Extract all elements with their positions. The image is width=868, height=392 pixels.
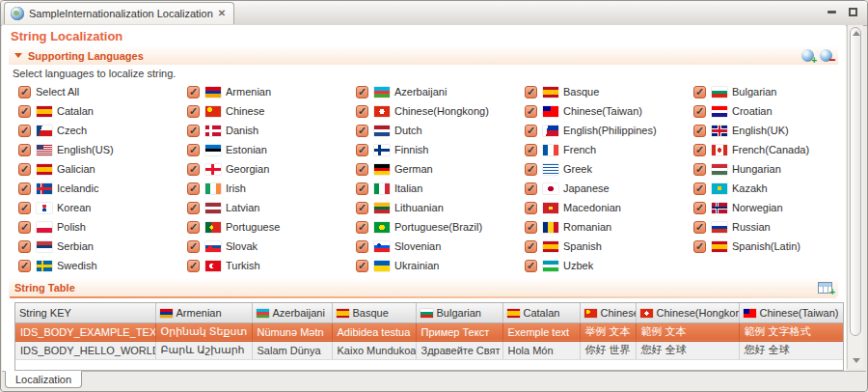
language-option-greek[interactable]: ✓Greek — [525, 159, 693, 179]
language-option-chinese-hongkong[interactable]: ✓Chinese(Hongkong) — [356, 101, 525, 121]
checkbox-georgian[interactable]: ✓ — [187, 163, 200, 176]
translation-cell[interactable]: Բարև Աշխարհ — [155, 341, 252, 359]
translation-cell[interactable]: 範例 文字格式 — [739, 322, 843, 341]
checkbox-ukrainian[interactable]: ✓ — [356, 260, 368, 272]
checkbox-hungarian[interactable]: ✓ — [693, 163, 706, 176]
translation-cell[interactable]: 举例 文本 — [580, 322, 636, 341]
checkbox-swedish[interactable]: ✓ — [18, 260, 31, 272]
language-option-basque[interactable]: ✓Basque — [525, 82, 693, 101]
language-option-latvian[interactable]: ✓Latvian — [187, 198, 356, 217]
checkbox-english-philippines[interactable]: ✓ — [525, 125, 537, 137]
section-string-table-header[interactable]: String Table — [9, 278, 838, 296]
language-option-galician[interactable]: ✓Galician — [18, 159, 187, 179]
language-option-norwegian[interactable]: ✓Norwegian — [693, 198, 846, 217]
checkbox-serbian[interactable]: ✓ — [18, 240, 31, 253]
language-option-polish[interactable]: ✓Polish — [18, 217, 187, 237]
checkbox-finnish[interactable]: ✓ — [356, 144, 368, 156]
translation-cell[interactable]: Hola Món — [502, 341, 580, 359]
checkbox-select-all[interactable]: ✓ — [18, 86, 31, 98]
language-option-portuguese-brazil[interactable]: ✓Portuguese(Brazil) — [356, 217, 525, 237]
language-option-english-uk[interactable]: ✓English(UK) — [693, 121, 846, 140]
checkbox-german[interactable]: ✓ — [356, 163, 368, 176]
checkbox-danish[interactable]: ✓ — [187, 125, 200, 137]
checkbox-english-uk[interactable]: ✓ — [693, 125, 706, 137]
minimize-icon[interactable] — [827, 11, 836, 14]
checkbox-uzbek[interactable]: ✓ — [525, 260, 537, 272]
column-header-chinese-hongkong[interactable]: Chinese(Hongkong) — [636, 303, 739, 322]
checkbox-portuguese-brazil[interactable]: ✓ — [356, 221, 368, 234]
scroll-down-icon[interactable] — [853, 358, 860, 363]
checkbox-romanian[interactable]: ✓ — [525, 221, 537, 234]
language-option-macedonian[interactable]: ✓Macedonian — [525, 198, 693, 217]
string-key-cell[interactable]: IDS_BODY_HELLO_WORLD — [15, 341, 155, 359]
tab-localization[interactable]: Localization — [5, 371, 82, 388]
language-option-lithuanian[interactable]: ✓Lithuanian — [356, 198, 525, 217]
translation-cell[interactable]: Adibidea testua — [332, 322, 416, 341]
checkbox-polish[interactable]: ✓ — [18, 221, 31, 234]
language-option-french-canada[interactable]: ✓French(Canada) — [693, 140, 846, 159]
section-supporting-languages-header[interactable]: Supporting Languages — [9, 46, 838, 65]
language-option-ukrainian[interactable]: ✓Ukrainian — [356, 256, 525, 275]
checkbox-korean[interactable]: ✓ — [18, 202, 31, 214]
table-row-ids-body-example-text[interactable]: IDS_BODY_EXAMPLE_TEXTՕրինակ ՏեքստNümunə … — [15, 322, 843, 341]
checkbox-greek[interactable]: ✓ — [525, 163, 537, 176]
checkbox-slovenian[interactable]: ✓ — [356, 240, 368, 253]
language-option-danish[interactable]: ✓Danish — [187, 121, 356, 140]
language-option-estonian[interactable]: ✓Estonian — [187, 140, 356, 159]
language-option-italian[interactable]: ✓Italian — [356, 179, 525, 198]
checkbox-croatian[interactable]: ✓ — [693, 105, 706, 118]
language-option-turkish[interactable]: ✓Turkish — [187, 256, 356, 275]
language-option-select-all[interactable]: ✓Select All — [18, 82, 187, 101]
table-add-icon[interactable] — [818, 282, 832, 294]
language-option-russian[interactable]: ✓Russian — [693, 217, 846, 237]
translation-cell[interactable]: 你好 世界 — [580, 341, 636, 359]
language-option-portuguese[interactable]: ✓Portuguese — [187, 217, 356, 237]
column-header-chinese-taiwan[interactable]: Chinese(Taiwan) — [739, 303, 843, 322]
globe-add-icon[interactable] — [801, 49, 814, 62]
checkbox-chinese[interactable]: ✓ — [187, 105, 200, 118]
checkbox-azerbaijani[interactable]: ✓ — [356, 86, 368, 98]
language-option-english-philippines[interactable]: ✓English(Philippines) — [525, 121, 693, 140]
language-option-finnish[interactable]: ✓Finnish — [356, 140, 525, 159]
translation-cell[interactable]: Здравейте Свят — [416, 341, 502, 359]
column-header-basque[interactable]: Basque — [332, 303, 416, 322]
translation-cell[interactable]: Salam Dünya — [252, 341, 332, 359]
language-option-chinese-taiwan[interactable]: ✓Chinese(Taiwan) — [525, 101, 693, 121]
checkbox-irish[interactable]: ✓ — [187, 182, 200, 195]
translation-cell[interactable]: 範例 文本 — [636, 322, 739, 341]
checkbox-japanese[interactable]: ✓ — [525, 182, 537, 195]
language-option-hungarian[interactable]: ✓Hungarian — [693, 159, 846, 179]
close-icon[interactable]: ✕ — [218, 9, 226, 18]
language-option-serbian[interactable]: ✓Serbian — [18, 237, 187, 256]
checkbox-macedonian[interactable]: ✓ — [525, 202, 537, 214]
column-header-string-key[interactable]: String KEY — [15, 303, 155, 322]
checkbox-slovak[interactable]: ✓ — [187, 240, 200, 253]
translation-cell[interactable]: 您好 全球 — [739, 341, 843, 359]
checkbox-estonian[interactable]: ✓ — [187, 144, 200, 156]
language-option-icelandic[interactable]: ✓Icelandic — [18, 179, 187, 198]
editor-tab-sample-internationalization[interactable]: SampleInternationalization Localization … — [4, 2, 234, 24]
language-option-czech[interactable]: ✓Czech — [18, 121, 187, 140]
collapse-arrow-icon[interactable] — [14, 53, 22, 58]
language-option-catalan[interactable]: ✓Catalan — [18, 101, 187, 121]
translation-cell[interactable]: Exemple text — [502, 322, 580, 341]
language-option-korean[interactable]: ✓Korean — [18, 198, 187, 217]
column-header-armenian[interactable]: Armenian — [155, 303, 252, 322]
checkbox-armenian[interactable]: ✓ — [187, 86, 200, 98]
checkbox-galician[interactable]: ✓ — [18, 163, 31, 176]
language-option-english-us[interactable]: ✓English(US) — [18, 140, 187, 159]
language-option-uzbek[interactable]: ✓Uzbek — [525, 256, 693, 275]
language-option-swedish[interactable]: ✓Swedish — [18, 256, 187, 275]
translation-cell[interactable]: Kaixo Mundukoa — [332, 341, 416, 359]
scrollbar-thumb[interactable] — [850, 27, 861, 336]
language-option-irish[interactable]: ✓Irish — [187, 179, 356, 198]
checkbox-russian[interactable]: ✓ — [693, 221, 706, 234]
language-option-kazakh[interactable]: ✓Kazakh — [693, 179, 846, 198]
language-option-georgian[interactable]: ✓Georgian — [187, 159, 356, 179]
scroll-up-icon[interactable] — [853, 31, 860, 36]
language-option-spanish-latin[interactable]: ✓Spanish(Latin) — [693, 237, 846, 256]
checkbox-turkish[interactable]: ✓ — [187, 260, 200, 272]
column-header-catalan[interactable]: Catalan — [502, 303, 580, 322]
language-option-croatian[interactable]: ✓Croatian — [693, 101, 846, 121]
checkbox-portuguese[interactable]: ✓ — [187, 221, 200, 234]
